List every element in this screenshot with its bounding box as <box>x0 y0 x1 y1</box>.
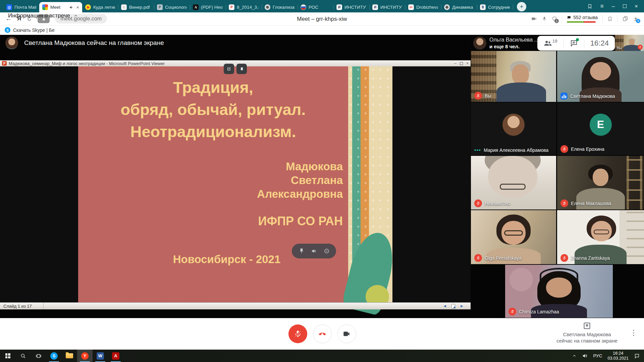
previous-slide-button[interactable]: ◄ <box>443 304 447 308</box>
tab-academia[interactable]: A(PDF) Неотр <box>190 2 226 12</box>
taskbar-acrobat[interactable]: A <box>108 350 123 362</box>
action-center-icon[interactable] <box>634 353 640 359</box>
tab-label: Сотрудники <box>488 5 510 10</box>
minimize-button[interactable]: – <box>612 3 615 9</box>
slide-counter: Слайд 1 из 17 <box>0 303 44 309</box>
participant-name: Chimiza Lamazhaa <box>519 309 559 314</box>
participant-photo-avatar <box>502 114 525 136</box>
participant-name: Вы <box>485 93 491 99</box>
self-label: Вы <box>617 46 622 50</box>
bookmarks-bar: S Скачать Skype | Бе <box>0 25 644 35</box>
taskbar-clock[interactable]: 16:24 03.03.2021 <box>607 351 629 361</box>
slide-author-line1: Мадюкова <box>257 160 343 173</box>
task-view-button[interactable] <box>31 350 46 362</box>
browser-window-controls: ≡ – × <box>581 0 644 12</box>
camera-toggle-button[interactable] <box>337 324 356 343</box>
mic-permission-icon[interactable] <box>542 16 547 21</box>
open-in-new-button[interactable] <box>224 64 234 74</box>
collections-icon[interactable] <box>622 16 628 22</box>
tab-label: РОС <box>309 5 330 10</box>
slide-navigation: ◄ ► <box>443 304 471 308</box>
ppt-minimize-button[interactable]: – <box>454 61 457 66</box>
participant-tile-erohina[interactable]: E Елена Ерохина <box>557 103 644 155</box>
taskbar-tray: РУС 16:24 03.03.2021 <box>572 351 644 361</box>
tab-label: Глокализац <box>273 5 294 10</box>
participant-tile-persidskaya[interactable]: Olga Persidskaya <box>471 210 556 264</box>
reviews-widget[interactable]: 552 отзыва <box>567 15 598 23</box>
chat-button[interactable] <box>570 39 578 47</box>
protect-shield-icon[interactable]: 1 <box>552 16 557 22</box>
pin-icon[interactable] <box>299 248 305 254</box>
volume-icon[interactable] <box>582 353 588 359</box>
menu-icon[interactable]: ≡ <box>600 3 604 9</box>
tab-institute-2[interactable]: ИИНСТИТУТ <box>369 2 405 12</box>
tray-chevron-up-icon[interactable] <box>572 354 577 358</box>
taskbar-explorer[interactable] <box>62 350 77 362</box>
participant-tile-maklashova[interactable]: Елена Маклашова <box>557 156 644 209</box>
present-screen-icon[interactable] <box>583 322 591 330</box>
tab-ros[interactable]: РОС <box>298 2 333 12</box>
desktop: @Почта Mail. Meet × Куда летиш Винер.pdf… <box>0 0 644 362</box>
tab-viner-pdf[interactable]: Винер.pdf <box>118 2 154 12</box>
mic-muted-icon <box>474 254 482 262</box>
new-tab-button[interactable]: + <box>517 2 526 11</box>
protect-badge: 1 <box>554 19 559 23</box>
slide-title-line1: Традиция, <box>78 76 348 99</box>
tab-sotrudniki[interactable]: ВСотрудники <box>477 2 513 12</box>
close-button[interactable]: × <box>635 3 638 9</box>
sidebar-flag-icon[interactable] <box>587 4 592 9</box>
slide-menu-icon[interactable] <box>451 304 455 308</box>
tab-label: Куда летиш <box>93 5 115 10</box>
bookmark-flag-icon[interactable] <box>607 16 612 22</box>
mic-toggle-button[interactable] <box>288 324 307 343</box>
more-options-icon[interactable]: ⋮ <box>630 329 637 337</box>
tab-pdf-file[interactable]: P8_2014_3.pd <box>226 2 262 12</box>
next-slide-button[interactable]: ► <box>460 304 464 308</box>
remove-participant-icon[interactable] <box>324 248 330 254</box>
downloads-icon[interactable]: 3 <box>633 16 639 22</box>
tab-drobizheva[interactable]: 1СDrobizheva_ <box>405 2 441 12</box>
ppt-restore-button[interactable] <box>460 62 463 65</box>
participant-name: Елена Ерохина <box>571 146 604 152</box>
language-indicator[interactable]: РУС <box>593 353 602 358</box>
taskbar-skype[interactable]: S <box>46 350 62 362</box>
emblem-icon <box>444 4 450 10</box>
participant-name: Мария Алексеевна Абрамова <box>484 147 548 153</box>
tab-label: Drobizheva_ <box>416 5 438 10</box>
institute-icon: И <box>336 4 342 10</box>
tab-label: Социологи <box>165 5 187 10</box>
speaking-indicator-icon <box>560 93 568 100</box>
taskbar-yandex-browser[interactable]: Y <box>77 350 93 362</box>
camera-permission-icon[interactable] <box>531 16 537 22</box>
tab-institute-1[interactable]: ИИНСТИТУТ <box>333 2 369 12</box>
tab-glokalizac[interactable]: Глокализац <box>262 2 298 12</box>
participant-tile-zaritskaya[interactable]: Zhanna Zaritskaya <box>557 210 644 264</box>
leave-call-button[interactable] <box>313 324 332 343</box>
mic-muted-icon <box>560 199 568 207</box>
tab-efir[interactable]: Куда летиш <box>82 2 118 12</box>
bookmark-overlay-button[interactable] <box>236 64 247 74</box>
participant-tile-madyukova[interactable]: Светлана Мадюкова <box>557 51 644 102</box>
powerpoint-title-bar[interactable]: P Мадюкова_семинар_Миф и логос неотрадиц… <box>0 60 471 66</box>
maximize-button[interactable] <box>623 4 627 8</box>
participant-tile-lamazhaa[interactable]: Chimiza Lamazhaa <box>505 265 613 318</box>
mute-participant-icon[interactable] <box>311 248 317 254</box>
participant-tile-you[interactable]: Вы <box>471 51 556 102</box>
start-button[interactable] <box>0 350 15 362</box>
slide-author-line3: Александровна <box>257 187 343 201</box>
tab-sociology[interactable]: РСоциологи <box>154 2 190 12</box>
rating-bar <box>567 21 596 23</box>
participant-tile-unknown[interactable]: Неизвестно <box>471 156 556 209</box>
ppt-close-button[interactable]: × <box>466 61 469 66</box>
participants-button[interactable]: 19 <box>543 39 557 48</box>
taskbar-word[interactable]: W <box>93 350 108 362</box>
address-bar-actions: 1 552 отзыва 3 <box>531 15 639 23</box>
meeting-info-toggle[interactable]: Информация о встрече <box>8 0 78 32</box>
slide-decorative-band <box>348 66 392 302</box>
search-button[interactable] <box>15 350 31 362</box>
mic-muted-icon <box>560 254 568 262</box>
participant-tile-abramova[interactable]: •••Мария Алексеевна Абрамова <box>471 103 556 155</box>
taskbar-time: 16:24 <box>607 351 629 356</box>
self-view-mini-tile[interactable]: Вы <box>615 35 644 51</box>
tab-dinamika[interactable]: Динамика с <box>441 2 477 12</box>
